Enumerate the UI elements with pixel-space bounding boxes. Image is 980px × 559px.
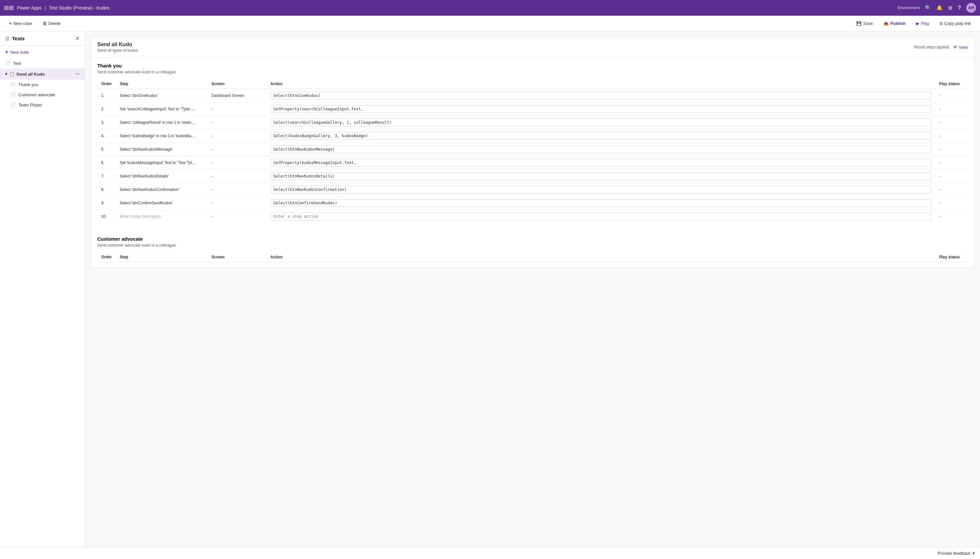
table-row: 7. Select 'btnNavKudosDetails' - -	[97, 170, 968, 183]
sidebar-close-icon[interactable]: ✕	[75, 35, 79, 41]
step-screen: -	[208, 170, 266, 183]
step-action[interactable]	[266, 103, 935, 116]
new-case-plus-icon: +	[9, 21, 12, 26]
feedback-label: Provide feedback	[938, 551, 970, 556]
col-header-play-status-2: Play status	[935, 252, 968, 262]
action-input[interactable]	[271, 146, 931, 153]
publish-button[interactable]: 📤 Publish	[879, 19, 910, 28]
action-input[interactable]	[271, 186, 931, 194]
sidebar-item-team-player[interactable]: 📄 Team Player	[0, 100, 85, 110]
action-input[interactable]	[271, 159, 931, 167]
step-order: 9.	[97, 197, 116, 210]
table-row: 2. Set 'searchColleagueInput'.Text to "T…	[97, 103, 968, 116]
play-button[interactable]: ▶ Play	[912, 19, 933, 28]
action-input[interactable]	[271, 105, 931, 113]
action-input[interactable]	[271, 132, 931, 140]
sidebar-item-test-label: Test	[13, 61, 21, 66]
suite-icon: 📋	[9, 72, 15, 77]
table-row: 6. Set 'kudosMessageInput'.Text to "Test…	[97, 156, 968, 170]
step-play-status: -	[935, 103, 968, 116]
step-desc: Set 'searchColleagueInput'.Text to "Tyle…	[116, 103, 208, 116]
col-header-step: Step	[116, 79, 208, 89]
table-header-row: Order Step Screen Action Play status	[97, 79, 968, 89]
copy-icon: ⧉	[940, 21, 943, 26]
avatar[interactable]: AH	[966, 3, 976, 13]
step-order: 3.	[97, 116, 116, 129]
step-screen: -	[208, 156, 266, 170]
action-input[interactable]	[271, 172, 931, 180]
top-bar: ⊞ Power Apps | Test Studio (Preview) - K…	[0, 0, 980, 16]
customer-advocate-icon: 📄	[10, 93, 16, 97]
step-action[interactable]	[266, 143, 935, 156]
view-icon: 👁	[953, 45, 957, 50]
feedback-chevron-icon: ▾	[972, 551, 975, 556]
sidebar-item-send-all-kudo[interactable]: ▾ 📋 Send all Kudo ···	[0, 68, 85, 79]
col-header-screen-2: Screen	[208, 252, 266, 262]
view-button[interactable]: 👁 View	[953, 45, 968, 50]
step-play-status: -	[935, 183, 968, 197]
thank-you-icon: 📄	[10, 82, 16, 87]
sidebar-item-customer-advocate[interactable]: 📄 Customer advocate	[0, 90, 85, 100]
step-desc[interactable]: Enter a step description	[116, 210, 208, 223]
test-case-thank-you-title: Thank you	[97, 63, 968, 68]
step-play-status: -	[935, 156, 968, 170]
step-action[interactable]	[266, 170, 935, 183]
search-icon[interactable]: 🔍	[925, 5, 931, 11]
sidebar-collapse-icon[interactable]: ☰	[5, 36, 10, 41]
copy-play-link-button[interactable]: ⧉ Copy play link	[936, 19, 975, 28]
step-desc: Select 'colleagueResult' in row 1 in 'se…	[116, 116, 208, 129]
step-action[interactable]	[266, 129, 935, 143]
publish-icon: 📤	[883, 21, 889, 26]
new-case-button[interactable]: + New case	[5, 19, 36, 28]
new-suite-button[interactable]: + New suite	[0, 46, 85, 58]
test-case-thank-you-subtitle: Send customer advocate kudo to a colleag…	[97, 70, 968, 74]
step-desc: Select 'btnNavKudosDetails'	[116, 170, 208, 183]
step-action[interactable]	[266, 183, 935, 197]
help-icon[interactable]: ?	[958, 5, 961, 11]
step-action[interactable]	[266, 210, 935, 223]
step-action[interactable]	[266, 89, 935, 103]
suite-header-actions: Result steps applied 👁 View	[914, 45, 968, 50]
table-row: 1. Select 'btnGiveKudos' Dashboard Scree…	[97, 89, 968, 103]
table-row: 9. Select 'btnConfirmSendKudos' - -	[97, 197, 968, 210]
save-button[interactable]: 💾 Save	[852, 19, 877, 28]
step-order: 5.	[97, 143, 116, 156]
step-action[interactable]	[266, 156, 935, 170]
step-screen: -	[208, 143, 266, 156]
step-action[interactable]	[266, 116, 935, 129]
suite-block-header: Send all Kudo Send all types of kudos Re…	[91, 37, 974, 58]
delete-button[interactable]: 🗑 Delete	[39, 19, 65, 28]
action-input[interactable]	[271, 199, 931, 207]
step-order: 10.	[97, 210, 116, 223]
suite-more-icon[interactable]: ···	[75, 71, 79, 77]
col-header-action-2: Action	[266, 252, 935, 262]
delete-icon: 🗑	[43, 21, 47, 26]
sidebar-header: ☰ Tests ✕	[0, 31, 85, 46]
action-input[interactable]	[271, 92, 931, 99]
action-input[interactable]	[271, 119, 931, 126]
col-header-screen: Screen	[208, 79, 266, 89]
test-doc-icon: 📄	[5, 61, 10, 66]
col-header-order: Order	[97, 79, 116, 89]
action-input[interactable]	[271, 213, 931, 220]
table-row: 4. Select 'kudosBadge' in row 3 in 'kudo…	[97, 129, 968, 143]
step-order: 1.	[97, 89, 116, 103]
steps-table-thank-you: Order Step Screen Action Play status 1. …	[97, 79, 968, 223]
test-case-thank-you: Thank you Send customer advocate kudo to…	[91, 58, 974, 223]
step-action[interactable]	[266, 197, 935, 210]
sidebar-item-test[interactable]: 📄 Test	[0, 58, 85, 68]
suite-title: Send all Kudo	[97, 41, 914, 48]
step-screen: -	[208, 210, 266, 223]
step-desc: Select 'btnNavKudosConfirmation'	[116, 183, 208, 197]
gear-icon[interactable]: ⚙	[948, 5, 952, 11]
top-bar-right: Environment 🔍 🔔 ⚙ ? AH	[898, 3, 976, 13]
col-header-play-status: Play status	[935, 79, 968, 89]
col-header-action: Action	[266, 79, 935, 89]
step-order: 2.	[97, 103, 116, 116]
grid-icon[interactable]: ⊞	[4, 4, 14, 12]
provide-feedback-button[interactable]: Provide feedback ▾	[938, 551, 975, 556]
step-order: 6.	[97, 156, 116, 170]
sidebar-item-thank-you[interactable]: 📄 Thank you	[0, 79, 85, 90]
test-case-customer-advocate-title: Customer advocate	[97, 236, 968, 241]
bell-icon[interactable]: 🔔	[937, 5, 943, 11]
